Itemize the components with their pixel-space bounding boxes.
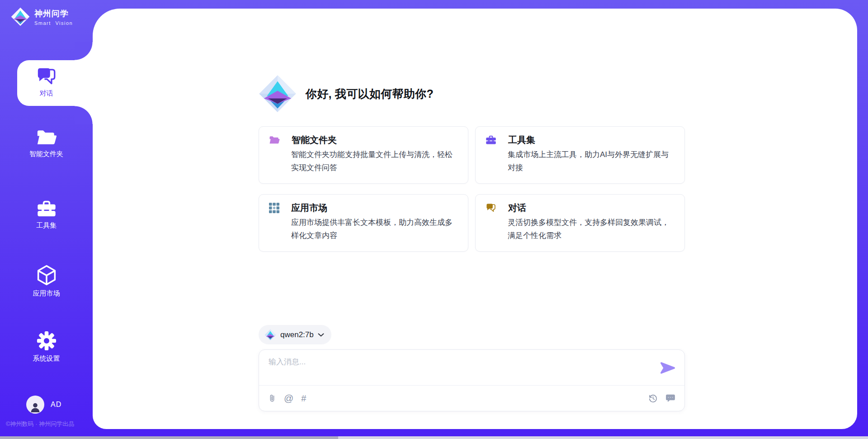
sidebar-item-label: 应用市场 <box>33 289 60 298</box>
horizontal-scrollbar[interactable] <box>0 436 868 439</box>
sidebar-item-settings[interactable]: 系统设置 <box>0 330 93 363</box>
toolbox-icon <box>486 135 496 145</box>
card-chat[interactable]: 对话 灵活切换多模型文件，支持多样回复效果调试，满足个性化需求 <box>475 194 685 252</box>
user-name: AD <box>51 401 61 409</box>
model-selector[interactable]: qwen2:7b <box>259 325 331 344</box>
card-description: 集成市场上主流工具，助力AI与外界无缝扩展与对接 <box>508 148 675 174</box>
sidebar-item-chat[interactable]: 对话 <box>0 67 93 98</box>
send-button[interactable] <box>660 361 675 375</box>
copyright: ©神州数码 · 神州问学出品 <box>6 420 74 428</box>
card-app-market[interactable]: 应用市场 应用市场提供丰富长文本模板，助力高效生成多样化文章内容 <box>259 194 468 252</box>
card-title: 工具集 <box>508 134 535 146</box>
toolbox-icon <box>37 200 57 218</box>
card-description: 灵活切换多模型文件，支持多样回复效果调试，满足个性化需求 <box>508 216 675 242</box>
sidebar-item-toolset[interactable]: 工具集 <box>0 200 93 230</box>
card-smart-folder[interactable]: 智能文件夹 智能文件夹功能支持批量文件上传与清洗，轻松实现文件问答 <box>259 126 468 184</box>
chat-icon <box>36 67 57 86</box>
card-title: 对话 <box>508 202 526 214</box>
mention-icon[interactable]: @ <box>284 393 293 404</box>
feedback-bubble-icon[interactable] <box>665 394 675 403</box>
grid-icon <box>269 203 279 213</box>
user-profile[interactable]: AD <box>26 396 61 414</box>
model-logo-icon <box>264 329 276 341</box>
feature-cards: 智能文件夹 智能文件夹功能支持批量文件上传与清洗，轻松实现文件问答 <box>259 126 685 252</box>
active-tab-fillet-bottom <box>75 106 93 124</box>
brand-logo-icon <box>11 7 30 26</box>
message-input[interactable] <box>269 357 648 383</box>
attachment-icon[interactable] <box>268 393 276 403</box>
brand: 神州问学 Smart Vision <box>11 7 73 26</box>
greeting-title: 你好, 我可以如何帮助你? <box>306 86 434 101</box>
brand-subtitle: Smart Vision <box>34 20 73 26</box>
folder-icon <box>269 135 280 145</box>
sidebar-item-label: 智能文件夹 <box>29 150 63 158</box>
gear-icon <box>36 330 57 351</box>
card-description: 智能文件夹功能支持批量文件上传与清洗，轻松实现文件问答 <box>291 148 459 174</box>
sidebar: 神州问学 Smart Vision 对话 智能文件夹 <box>0 0 93 439</box>
assistant-logo-icon <box>259 75 297 113</box>
cube-icon <box>37 264 56 286</box>
chevron-down-icon <box>318 333 324 337</box>
model-name: qwen2:7b <box>280 330 314 339</box>
card-title: 智能文件夹 <box>292 134 337 146</box>
history-icon[interactable] <box>648 394 658 403</box>
active-tab-fillet-top <box>75 42 93 60</box>
message-composer: @ # <box>259 349 685 411</box>
sidebar-item-app-market[interactable]: 应用市场 <box>0 264 93 298</box>
composer-toolbar: @ # <box>259 386 684 411</box>
card-description: 应用市场提供丰富长文本模板，助力高效生成多样化文章内容 <box>291 216 459 242</box>
sidebar-item-smart-folder[interactable]: 智能文件夹 <box>0 129 93 158</box>
greeting-block: 你好, 我可以如何帮助你? <box>259 75 685 113</box>
card-toolset[interactable]: 工具集 集成市场上主流工具，助力AI与外界无缝扩展与对接 <box>475 126 685 184</box>
sidebar-item-label: 系统设置 <box>33 354 60 363</box>
hashtag-icon[interactable]: # <box>301 393 306 404</box>
main-content-panel: 你好, 我可以如何帮助你? 智能文件夹 智能文件夹功能支持批量文件上传与清洗，轻… <box>93 9 857 429</box>
brand-name: 神州问学 <box>34 8 73 19</box>
folder-icon <box>36 129 57 147</box>
sidebar-item-label: 对话 <box>40 89 53 98</box>
horizontal-scrollbar-thumb[interactable] <box>0 436 338 439</box>
card-title: 应用市场 <box>291 202 327 214</box>
sidebar-item-label: 工具集 <box>36 221 57 230</box>
chat-icon <box>486 203 496 213</box>
avatar <box>26 396 44 414</box>
